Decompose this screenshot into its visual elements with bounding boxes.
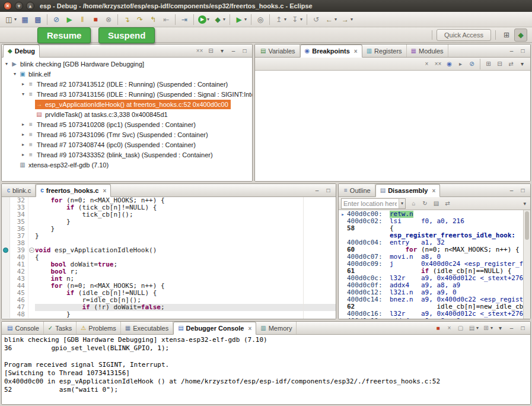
step-return-button[interactable]: ↰	[146, 13, 160, 26]
tab-disassembly[interactable]: ▤Disassembly×	[375, 184, 441, 197]
home-button[interactable]: ⌂	[408, 198, 419, 209]
window-close-button[interactable]: ×	[4, 2, 12, 10]
tab-problems[interactable]: ⚠Problems	[77, 322, 120, 334]
dropdown-arrow-icon[interactable]: ▾	[476, 325, 479, 331]
dropdown-arrow-icon[interactable]: ▾	[284, 17, 286, 22]
disassembly-line[interactable]: 400d0c02:lsi f0, a0, 216	[339, 218, 530, 225]
maximize-button[interactable]: □	[517, 323, 528, 334]
view-menu-button[interactable]: ▾	[495, 323, 506, 334]
expand-icon[interactable]: ▸	[20, 152, 27, 157]
drop-to-frame-button[interactable]: ⇤	[160, 13, 173, 26]
debug-tree-item[interactable]: ▸≡Thread #9 1073433352 (blink_task) (Sus…	[2, 150, 252, 160]
debug-tree-item[interactable]: ▾≡Thread #3 1073413156 (IDLE : Running) …	[2, 89, 252, 99]
expand-icon[interactable]: ▸	[20, 132, 27, 137]
refresh-view-button[interactable]: ↻	[419, 198, 431, 209]
collapse-all-button[interactable]: ⊟	[494, 59, 505, 69]
location-input[interactable]	[342, 200, 399, 207]
code-line[interactable]: 48 }	[2, 311, 336, 318]
tab-executables[interactable]: ▦Executables	[121, 322, 173, 334]
disassembly-line[interactable]: 400d0c19:addx4 a9, a8, a9	[339, 318, 530, 319]
minimize-button[interactable]: –	[228, 46, 239, 56]
skip-all-breakpoints-button[interactable]: ⊘	[466, 59, 477, 69]
debug-button[interactable]: ◆▾	[211, 13, 227, 26]
view-menu-icon[interactable]: ▾	[521, 201, 528, 207]
search-button[interactable]: ◎	[254, 13, 267, 26]
code-line[interactable]: 39−void esp_vApplicationIdleHook()	[2, 247, 336, 254]
dropdown-arrow-icon[interactable]: ▾	[207, 17, 209, 22]
save-all-button[interactable]: ▩	[31, 13, 44, 26]
terminate-button[interactable]: ■	[432, 323, 444, 334]
console-output[interactable]: blink checking [GDB Hardware Debugging] …	[2, 335, 530, 404]
code-editor[interactable]: 32 for (n=0; n<MAX_HOOKS; n++) {33 if (t…	[2, 197, 336, 319]
expand-icon[interactable]: ▸	[20, 81, 27, 87]
external-tools-button[interactable]: ▶▾	[232, 13, 249, 26]
dropdown-arrow-icon[interactable]: ▾	[490, 325, 493, 331]
remove-launch-button[interactable]: ×	[444, 323, 455, 334]
close-tab-icon[interactable]: ×	[248, 325, 251, 332]
new-wizard-button[interactable]: ◫▾	[2, 13, 18, 26]
forward-button[interactable]: →▾	[339, 13, 355, 26]
dropdown-arrow-icon[interactable]: ▾	[300, 17, 302, 22]
suspend-button[interactable]: ‖	[76, 13, 89, 26]
debug-tree-item[interactable]: ▸≡Thread #7 1073408744 (ipc0) (Suspended…	[2, 139, 252, 150]
minimize-button[interactable]: –	[506, 323, 517, 334]
tab-breakpoints[interactable]: ◉Breakpoints×	[300, 45, 362, 58]
minimize-button[interactable]: –	[506, 46, 517, 56]
debug-tree-item[interactable]: ▸≡Thread #2 1073413512 (IDLE : Running) …	[2, 79, 252, 89]
dropdown-arrow-icon[interactable]: ▾	[351, 17, 353, 22]
dropdown-arrow-icon[interactable]: ▾	[14, 17, 17, 22]
close-tab-icon[interactable]: ×	[432, 188, 435, 194]
remove-all-breakpoints-button[interactable]: ××	[432, 59, 444, 69]
debug-tree-item[interactable]: ▾▣blink.elf	[2, 69, 252, 79]
scrollbar-thumb[interactable]	[525, 211, 529, 240]
debug-tree-item[interactable]: →esp_vApplicationIdleHook() at freertos_…	[2, 99, 252, 109]
close-tab-icon[interactable]: ×	[354, 48, 358, 55]
tab-debug[interactable]: ◆Debug	[3, 45, 40, 58]
maximize-button[interactable]: □	[323, 185, 334, 196]
previous-annotation-button[interactable]: ↥▾	[272, 13, 288, 26]
debug-launch-tree[interactable]: ▾▶blink checking [GDB Hardware Debugging…	[2, 58, 252, 181]
fold-collapse-icon[interactable]: −	[29, 248, 34, 253]
code-line[interactable]: 36 }	[2, 226, 336, 233]
debug-tree-item[interactable]: ▸≡Thread #6 1073431096 (Tmr Svc) (Suspen…	[2, 129, 252, 139]
last-edit-location-button[interactable]: ↺	[310, 13, 323, 26]
open-perspective-button[interactable]: ⊞	[500, 28, 513, 42]
collapse-all-button[interactable]: ⊟	[205, 46, 216, 56]
go-to-file-for-breakpoint-button[interactable]: ▸	[455, 59, 466, 69]
combo-dropdown-icon[interactable]: ▾	[399, 199, 405, 208]
collapse-icon[interactable]: ▾	[3, 61, 10, 66]
tab-modules[interactable]: ▦Modules	[407, 45, 448, 57]
debug-tree-item[interactable]: ▸≡Thread #5 1073410208 (ipc1) (Suspended…	[2, 119, 252, 129]
tab-console[interactable]: ▤Console	[3, 322, 44, 334]
open-console-button[interactable]: ⊞▾	[480, 323, 495, 334]
display-selected-console-button[interactable]: ▤▾	[466, 323, 480, 334]
tab-outline[interactable]: ≡Outline	[340, 184, 375, 196]
tab-tasks[interactable]: ✓Tasks	[44, 322, 77, 334]
debug-tree-item[interactable]: ▾▶blink checking [GDB Hardware Debugging…	[2, 59, 252, 69]
dropdown-arrow-icon[interactable]: ▾	[335, 17, 337, 22]
tab-registers[interactable]: ▥Registers	[362, 45, 407, 57]
close-tab-icon[interactable]: ×	[103, 188, 106, 194]
clear-console-button[interactable]: ▢	[455, 323, 466, 334]
debug-tree-item[interactable]: ▤prvIdleTask() at tasks.c:3,338 0x400845…	[2, 109, 252, 119]
maximize-button[interactable]: □	[517, 46, 528, 56]
tab-debugger-console[interactable]: ▤Debugger Console×	[173, 322, 256, 335]
expand-all-button[interactable]: ⊞	[483, 59, 494, 69]
vertical-scrollbar[interactable]	[523, 210, 530, 319]
remove-all-terminated-button[interactable]: ××	[194, 46, 205, 56]
expand-icon[interactable]: ▸	[20, 142, 27, 147]
show-breakpoints-supported-button[interactable]: ◉	[444, 59, 455, 69]
tab-blink-c[interactable]: cblink.c	[3, 184, 36, 196]
dropdown-arrow-icon[interactable]: ▾	[223, 17, 225, 22]
window-maximize-button[interactable]: ▴	[26, 2, 34, 10]
save-button[interactable]: ▦	[18, 13, 31, 26]
maximize-button[interactable]: □	[239, 46, 250, 56]
tab-variables[interactable]: ▤Variables	[256, 45, 300, 57]
step-over-button[interactable]: ↷	[133, 13, 146, 26]
location-combo[interactable]: ▾	[341, 198, 406, 209]
dropdown-arrow-icon[interactable]: ▾	[244, 17, 247, 22]
remove-selected-breakpoints-button[interactable]: ×	[421, 59, 432, 69]
skip-all-breakpoints-button[interactable]: ⊘	[50, 13, 63, 26]
link-with-debug-view-button[interactable]: ⇄	[505, 59, 517, 69]
expand-icon[interactable]: ▸	[20, 122, 27, 127]
